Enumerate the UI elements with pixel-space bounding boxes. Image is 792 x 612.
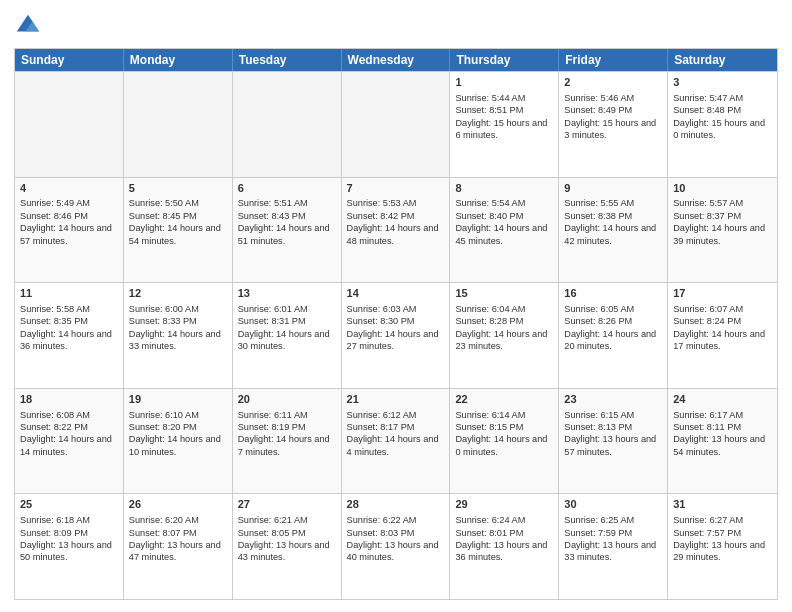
calendar-cell: 11Sunrise: 5:58 AM Sunset: 8:35 PM Dayli… (15, 283, 124, 388)
day-info: Sunrise: 6:04 AM Sunset: 8:28 PM Dayligh… (455, 303, 553, 353)
day-info: Sunrise: 6:00 AM Sunset: 8:33 PM Dayligh… (129, 303, 227, 353)
day-number: 18 (20, 392, 118, 407)
day-number: 23 (564, 392, 662, 407)
calendar-cell (233, 72, 342, 177)
day-number: 1 (455, 75, 553, 90)
day-number: 9 (564, 181, 662, 196)
calendar-cell: 2Sunrise: 5:46 AM Sunset: 8:49 PM Daylig… (559, 72, 668, 177)
day-number: 15 (455, 286, 553, 301)
calendar-cell: 13Sunrise: 6:01 AM Sunset: 8:31 PM Dayli… (233, 283, 342, 388)
day-info: Sunrise: 5:58 AM Sunset: 8:35 PM Dayligh… (20, 303, 118, 353)
day-number: 20 (238, 392, 336, 407)
day-info: Sunrise: 6:20 AM Sunset: 8:07 PM Dayligh… (129, 514, 227, 564)
day-info: Sunrise: 6:08 AM Sunset: 8:22 PM Dayligh… (20, 409, 118, 459)
day-number: 16 (564, 286, 662, 301)
day-info: Sunrise: 6:10 AM Sunset: 8:20 PM Dayligh… (129, 409, 227, 459)
calendar-row: 1Sunrise: 5:44 AM Sunset: 8:51 PM Daylig… (15, 71, 777, 177)
day-info: Sunrise: 6:01 AM Sunset: 8:31 PM Dayligh… (238, 303, 336, 353)
day-number: 19 (129, 392, 227, 407)
day-number: 30 (564, 497, 662, 512)
header-day: Monday (124, 49, 233, 71)
calendar-cell: 27Sunrise: 6:21 AM Sunset: 8:05 PM Dayli… (233, 494, 342, 599)
day-number: 13 (238, 286, 336, 301)
calendar-cell: 17Sunrise: 6:07 AM Sunset: 8:24 PM Dayli… (668, 283, 777, 388)
calendar-cell (15, 72, 124, 177)
day-info: Sunrise: 5:54 AM Sunset: 8:40 PM Dayligh… (455, 197, 553, 247)
calendar-cell: 3Sunrise: 5:47 AM Sunset: 8:48 PM Daylig… (668, 72, 777, 177)
day-number: 6 (238, 181, 336, 196)
day-info: Sunrise: 6:21 AM Sunset: 8:05 PM Dayligh… (238, 514, 336, 564)
calendar-header: SundayMondayTuesdayWednesdayThursdayFrid… (15, 49, 777, 71)
calendar-cell: 20Sunrise: 6:11 AM Sunset: 8:19 PM Dayli… (233, 389, 342, 494)
day-info: Sunrise: 5:51 AM Sunset: 8:43 PM Dayligh… (238, 197, 336, 247)
day-number: 2 (564, 75, 662, 90)
calendar-row: 18Sunrise: 6:08 AM Sunset: 8:22 PM Dayli… (15, 388, 777, 494)
calendar-cell: 22Sunrise: 6:14 AM Sunset: 8:15 PM Dayli… (450, 389, 559, 494)
day-number: 11 (20, 286, 118, 301)
day-number: 14 (347, 286, 445, 301)
calendar-cell: 6Sunrise: 5:51 AM Sunset: 8:43 PM Daylig… (233, 178, 342, 283)
day-info: Sunrise: 5:44 AM Sunset: 8:51 PM Dayligh… (455, 92, 553, 142)
calendar-cell: 14Sunrise: 6:03 AM Sunset: 8:30 PM Dayli… (342, 283, 451, 388)
day-number: 29 (455, 497, 553, 512)
calendar-cell: 16Sunrise: 6:05 AM Sunset: 8:26 PM Dayli… (559, 283, 668, 388)
header-day: Friday (559, 49, 668, 71)
day-number: 12 (129, 286, 227, 301)
calendar: SundayMondayTuesdayWednesdayThursdayFrid… (14, 48, 778, 600)
day-number: 17 (673, 286, 772, 301)
calendar-cell: 24Sunrise: 6:17 AM Sunset: 8:11 PM Dayli… (668, 389, 777, 494)
day-number: 4 (20, 181, 118, 196)
header-day: Tuesday (233, 49, 342, 71)
day-info: Sunrise: 6:17 AM Sunset: 8:11 PM Dayligh… (673, 409, 772, 459)
header (14, 12, 778, 40)
calendar-cell (124, 72, 233, 177)
day-number: 25 (20, 497, 118, 512)
calendar-cell: 1Sunrise: 5:44 AM Sunset: 8:51 PM Daylig… (450, 72, 559, 177)
calendar-cell: 19Sunrise: 6:10 AM Sunset: 8:20 PM Dayli… (124, 389, 233, 494)
day-info: Sunrise: 6:07 AM Sunset: 8:24 PM Dayligh… (673, 303, 772, 353)
calendar-cell: 30Sunrise: 6:25 AM Sunset: 7:59 PM Dayli… (559, 494, 668, 599)
calendar-cell: 8Sunrise: 5:54 AM Sunset: 8:40 PM Daylig… (450, 178, 559, 283)
day-info: Sunrise: 6:24 AM Sunset: 8:01 PM Dayligh… (455, 514, 553, 564)
day-info: Sunrise: 6:11 AM Sunset: 8:19 PM Dayligh… (238, 409, 336, 459)
calendar-cell: 15Sunrise: 6:04 AM Sunset: 8:28 PM Dayli… (450, 283, 559, 388)
day-number: 7 (347, 181, 445, 196)
calendar-cell (342, 72, 451, 177)
day-number: 31 (673, 497, 772, 512)
calendar-cell: 29Sunrise: 6:24 AM Sunset: 8:01 PM Dayli… (450, 494, 559, 599)
calendar-cell: 5Sunrise: 5:50 AM Sunset: 8:45 PM Daylig… (124, 178, 233, 283)
day-number: 21 (347, 392, 445, 407)
header-day: Sunday (15, 49, 124, 71)
calendar-cell: 26Sunrise: 6:20 AM Sunset: 8:07 PM Dayli… (124, 494, 233, 599)
day-info: Sunrise: 5:50 AM Sunset: 8:45 PM Dayligh… (129, 197, 227, 247)
calendar-cell: 4Sunrise: 5:49 AM Sunset: 8:46 PM Daylig… (15, 178, 124, 283)
day-number: 28 (347, 497, 445, 512)
day-info: Sunrise: 6:27 AM Sunset: 7:57 PM Dayligh… (673, 514, 772, 564)
day-info: Sunrise: 6:18 AM Sunset: 8:09 PM Dayligh… (20, 514, 118, 564)
day-info: Sunrise: 5:46 AM Sunset: 8:49 PM Dayligh… (564, 92, 662, 142)
day-number: 24 (673, 392, 772, 407)
calendar-cell: 31Sunrise: 6:27 AM Sunset: 7:57 PM Dayli… (668, 494, 777, 599)
day-info: Sunrise: 6:12 AM Sunset: 8:17 PM Dayligh… (347, 409, 445, 459)
day-info: Sunrise: 5:49 AM Sunset: 8:46 PM Dayligh… (20, 197, 118, 247)
calendar-cell: 7Sunrise: 5:53 AM Sunset: 8:42 PM Daylig… (342, 178, 451, 283)
day-number: 8 (455, 181, 553, 196)
calendar-row: 4Sunrise: 5:49 AM Sunset: 8:46 PM Daylig… (15, 177, 777, 283)
day-info: Sunrise: 5:47 AM Sunset: 8:48 PM Dayligh… (673, 92, 772, 142)
logo (14, 12, 46, 40)
day-number: 5 (129, 181, 227, 196)
day-info: Sunrise: 5:57 AM Sunset: 8:37 PM Dayligh… (673, 197, 772, 247)
calendar-cell: 12Sunrise: 6:00 AM Sunset: 8:33 PM Dayli… (124, 283, 233, 388)
day-info: Sunrise: 5:55 AM Sunset: 8:38 PM Dayligh… (564, 197, 662, 247)
calendar-cell: 21Sunrise: 6:12 AM Sunset: 8:17 PM Dayli… (342, 389, 451, 494)
calendar-cell: 25Sunrise: 6:18 AM Sunset: 8:09 PM Dayli… (15, 494, 124, 599)
logo-icon (14, 12, 42, 40)
calendar-cell: 10Sunrise: 5:57 AM Sunset: 8:37 PM Dayli… (668, 178, 777, 283)
day-info: Sunrise: 6:05 AM Sunset: 8:26 PM Dayligh… (564, 303, 662, 353)
calendar-cell: 9Sunrise: 5:55 AM Sunset: 8:38 PM Daylig… (559, 178, 668, 283)
calendar-body: 1Sunrise: 5:44 AM Sunset: 8:51 PM Daylig… (15, 71, 777, 599)
calendar-cell: 28Sunrise: 6:22 AM Sunset: 8:03 PM Dayli… (342, 494, 451, 599)
day-info: Sunrise: 6:25 AM Sunset: 7:59 PM Dayligh… (564, 514, 662, 564)
header-day: Wednesday (342, 49, 451, 71)
day-info: Sunrise: 6:14 AM Sunset: 8:15 PM Dayligh… (455, 409, 553, 459)
